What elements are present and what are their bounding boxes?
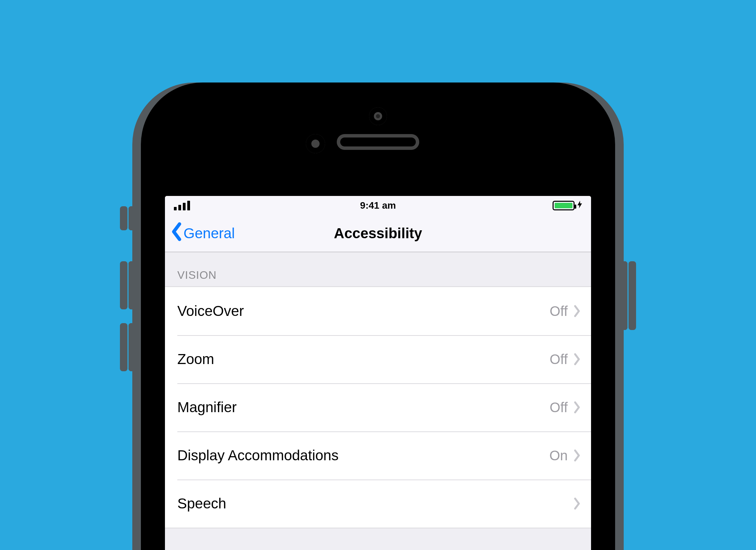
chevron-right-icon bbox=[573, 305, 581, 318]
row-label: Speech bbox=[177, 495, 568, 512]
status-bar: 9:41 am bbox=[165, 196, 591, 215]
proximity-sensor-icon bbox=[306, 134, 325, 153]
row-zoom[interactable]: Zoom Off bbox=[165, 335, 591, 383]
back-button[interactable]: General bbox=[165, 222, 235, 245]
row-speech[interactable]: Speech bbox=[165, 480, 591, 528]
row-label: Zoom bbox=[177, 351, 549, 367]
phone-device-frame: 9:41 am General Accessibility VISION bbox=[141, 82, 615, 550]
settings-list: VoiceOver Off Zoom Off Magnifier Off bbox=[165, 286, 591, 528]
volume-down-button bbox=[129, 323, 136, 371]
chevron-right-icon bbox=[573, 401, 581, 414]
row-voiceover[interactable]: VoiceOver Off bbox=[165, 287, 591, 335]
power-button bbox=[620, 261, 627, 330]
row-label: Magnifier bbox=[177, 399, 549, 416]
page-title: Accessibility bbox=[334, 225, 422, 242]
row-label: Display Accommodations bbox=[177, 447, 549, 464]
battery-status bbox=[553, 201, 582, 210]
chevron-right-icon bbox=[573, 449, 581, 462]
row-value: On bbox=[549, 448, 568, 463]
front-camera-icon bbox=[369, 107, 387, 125]
status-bar-time: 9:41 am bbox=[360, 200, 396, 211]
cellular-signal-icon bbox=[174, 201, 190, 210]
mute-switch bbox=[129, 206, 136, 230]
row-label: VoiceOver bbox=[177, 303, 549, 319]
battery-icon bbox=[553, 201, 575, 210]
navigation-bar: General Accessibility bbox=[165, 215, 591, 252]
earpiece-speaker-icon bbox=[337, 134, 419, 150]
back-button-label: General bbox=[184, 225, 235, 242]
chevron-left-icon bbox=[170, 222, 183, 245]
volume-up-button bbox=[129, 261, 136, 309]
section-header-vision: VISION bbox=[165, 252, 591, 286]
phone-body: 9:41 am General Accessibility VISION bbox=[141, 82, 615, 550]
chevron-right-icon bbox=[573, 497, 581, 510]
row-magnifier[interactable]: Magnifier Off bbox=[165, 383, 591, 431]
row-display-accommodations[interactable]: Display Accommodations On bbox=[165, 431, 591, 480]
row-value: Off bbox=[549, 352, 568, 367]
row-value: Off bbox=[549, 400, 568, 415]
chevron-right-icon bbox=[573, 353, 581, 366]
charging-bolt-icon bbox=[577, 201, 582, 210]
phone-screen: 9:41 am General Accessibility VISION bbox=[165, 196, 591, 550]
row-value: Off bbox=[549, 304, 568, 319]
